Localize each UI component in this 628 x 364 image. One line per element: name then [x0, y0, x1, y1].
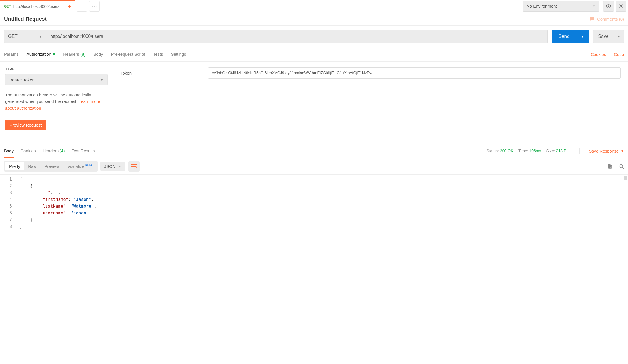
chevron-down-icon: ▼	[592, 5, 595, 8]
request-title-row: Untitled Request Comments (0)	[0, 12, 628, 26]
code-content: "lastName": "Watmore",	[20, 203, 96, 210]
resp-tab-cookies[interactable]: Cookies	[20, 144, 36, 158]
resp-tab-headers[interactable]: Headers (4)	[42, 144, 65, 158]
svg-point-0	[92, 6, 93, 6]
response-meta: Status:200 OK Time:106ms Size:218 B	[486, 149, 570, 153]
divider	[579, 148, 580, 154]
line-number: 7	[0, 216, 20, 223]
code-line: 7 }	[0, 216, 628, 223]
tab-settings[interactable]: Settings	[171, 47, 186, 61]
svg-point-2	[96, 6, 97, 6]
save-label: Save	[593, 34, 614, 39]
environment-select[interactable]: No Environment ▼	[523, 1, 599, 12]
chevron-down-icon: ▼	[100, 78, 103, 81]
line-number: 3	[0, 189, 20, 196]
svg-point-1	[94, 6, 95, 6]
auth-description: The authorization header will be automat…	[5, 92, 108, 111]
comment-icon	[589, 16, 595, 21]
tab-authorization[interactable]: Authorization	[27, 47, 55, 61]
code-link[interactable]: Code	[614, 52, 624, 57]
copy-response-button[interactable]	[607, 164, 612, 169]
code-content: "username": "jason"	[20, 210, 89, 216]
response-body[interactable]: 1[2 {3 "id": 1,4 "firstName": "Jason",5 …	[0, 175, 628, 233]
comments-button[interactable]: Comments (0)	[589, 16, 624, 21]
format-select[interactable]: JSON ▼	[100, 162, 125, 171]
view-preview[interactable]: Preview	[40, 162, 63, 170]
code-line: 6 "username": "jason"	[0, 210, 628, 216]
status-value: 200 OK	[500, 149, 513, 153]
preview-request-button[interactable]: Preview Request	[5, 120, 46, 130]
code-content: "id": 1,	[20, 189, 61, 196]
code-line: 3 "id": 1,	[0, 189, 628, 196]
tab-options-button[interactable]	[89, 1, 100, 12]
environment-label: No Environment	[527, 4, 557, 8]
url-input[interactable]	[46, 30, 548, 43]
save-button[interactable]: Save ▼	[593, 30, 624, 43]
view-pretty[interactable]: Pretty	[5, 162, 24, 170]
cookies-link[interactable]: Cookies	[591, 52, 606, 57]
svg-point-4	[620, 5, 622, 7]
auth-type-value: Bearer Token	[9, 77, 34, 82]
tab-tests[interactable]: Tests	[153, 47, 163, 61]
new-tab-button[interactable]	[77, 1, 87, 12]
line-number: 1	[0, 176, 20, 183]
chevron-down-icon: ▼	[39, 35, 42, 38]
code-line: 5 "lastName": "Watmore",	[0, 203, 628, 210]
chevron-down-icon: ▼	[621, 149, 624, 153]
save-response-button[interactable]: Save Response ▼	[589, 149, 624, 153]
auth-type-label: TYPE	[5, 67, 108, 71]
resp-tab-body[interactable]: Body	[4, 144, 14, 158]
code-line: 2 {	[0, 183, 628, 189]
auth-type-select[interactable]: Bearer Token ▼	[5, 74, 108, 85]
code-content: [	[20, 176, 22, 183]
url-bar: GET ▼ Send ▼ Save ▼	[0, 26, 628, 47]
line-number: 6	[0, 210, 20, 216]
code-line: 1[	[0, 176, 628, 183]
comments-label: Comments (0)	[597, 17, 624, 21]
save-dropdown[interactable]: ▼	[614, 30, 624, 43]
method-value: GET	[8, 34, 18, 39]
method-select[interactable]: GET ▼	[4, 30, 46, 43]
search-response-button[interactable]	[619, 164, 624, 169]
svg-point-3	[608, 5, 609, 7]
wrap-lines-button[interactable]	[128, 161, 140, 172]
authorization-panel: TYPE Bearer Token ▼ The authorization he…	[0, 62, 628, 144]
unsaved-dot-icon	[68, 5, 71, 8]
request-tab[interactable]: GET http://localhost:4000/users	[0, 0, 75, 12]
viewer-controls: Pretty Raw Preview VisualizeBETA JSON ▼	[0, 158, 628, 175]
send-dropdown[interactable]: ▼	[577, 30, 589, 43]
tab-title: http://localhost:4000/users	[13, 4, 59, 9]
code-line: 8]	[0, 223, 628, 230]
token-label: Token	[120, 71, 202, 75]
line-number: 8	[0, 223, 20, 230]
time-value: 106ms	[529, 149, 541, 153]
request-title[interactable]: Untitled Request	[4, 16, 47, 22]
svg-point-7	[620, 164, 623, 168]
code-content: ]	[20, 223, 22, 230]
tab-method: GET	[4, 5, 11, 8]
scrollbar-thumb[interactable]	[624, 176, 627, 180]
view-visualize[interactable]: VisualizeBETA	[64, 162, 96, 170]
environment-quicklook-button[interactable]	[603, 1, 614, 12]
resp-tab-testresults[interactable]: Test Results	[72, 144, 95, 158]
tab-body[interactable]: Body	[93, 47, 103, 61]
tab-prerequest[interactable]: Pre-request Script	[111, 47, 145, 61]
settings-button[interactable]	[616, 1, 626, 12]
token-input[interactable]	[208, 67, 621, 79]
send-label: Send	[552, 34, 577, 39]
response-tabs: Body Cookies Headers (4) Test Results St…	[0, 144, 628, 158]
tab-params[interactable]: Params	[4, 47, 19, 61]
line-number: 5	[0, 203, 20, 210]
chevron-down-icon: ▼	[617, 35, 620, 38]
send-button[interactable]: Send ▼	[552, 30, 589, 43]
view-raw[interactable]: Raw	[24, 162, 40, 170]
svg-rect-6	[608, 164, 611, 168]
code-content: {	[20, 183, 33, 189]
chevron-down-icon: ▼	[118, 165, 122, 168]
chevron-down-icon: ▼	[581, 35, 584, 38]
beta-badge: BETA	[85, 164, 92, 167]
code-line: 4 "firstName": "Jason",	[0, 196, 628, 203]
code-content: }	[20, 216, 33, 223]
tab-headers[interactable]: Headers (8)	[63, 47, 85, 61]
line-number: 4	[0, 196, 20, 203]
